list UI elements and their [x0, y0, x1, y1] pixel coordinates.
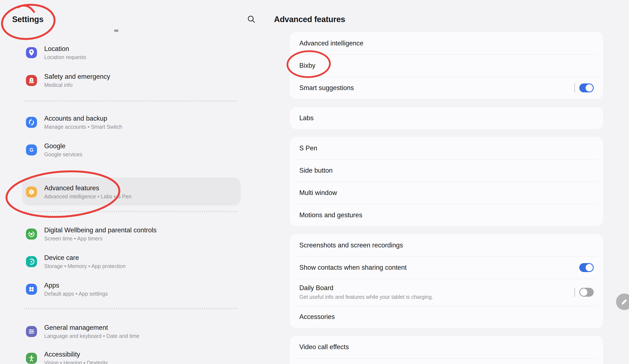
item-label: Apps — [44, 282, 108, 289]
row-show-contacts[interactable]: Show contacts when sharing content — [290, 256, 603, 279]
row-daily-board[interactable]: Daily Board Get useful info and features… — [290, 279, 603, 306]
search-icon[interactable] — [246, 14, 256, 24]
item-sub: Manage accounts • Smart Switch — [44, 124, 122, 130]
row-label: Accessories — [299, 313, 335, 321]
settings-title: Settings — [12, 15, 44, 24]
row-bixby[interactable]: Bixby — [290, 54, 603, 77]
row-label: Multi window — [299, 189, 337, 197]
page-title: Advanced features — [274, 15, 345, 24]
card-video-call: Video call effects — [290, 336, 603, 364]
toggle-knob — [586, 264, 593, 271]
card-labs: Labs — [290, 107, 603, 129]
toggle-knob — [580, 289, 587, 296]
sidebar-item-advanced-features[interactable]: Advanced featuresAdvanced intelligence •… — [26, 181, 239, 203]
section-divider — [24, 308, 237, 309]
sidebar-item-device-care[interactable]: Device careStorage • Memory • App protec… — [26, 251, 239, 272]
svg-text:G: G — [29, 147, 33, 153]
row-sub: Get useful info and features while your … — [299, 294, 433, 300]
item-label: Device care — [44, 254, 126, 262]
care-gauge-icon — [26, 256, 37, 267]
item-sub: Medical info — [44, 82, 110, 88]
daily-board-toggle[interactable] — [579, 288, 594, 297]
edit-fab-button[interactable] — [616, 293, 629, 310]
sidebar-item-safety-emergency[interactable]: Safety and emergencyMedical info — [26, 70, 239, 91]
row-label: Bixby — [299, 62, 315, 70]
item-sub: Vision • Hearing • Dexterity — [44, 360, 108, 364]
item-label: Accessibility — [44, 351, 108, 358]
gear-plus-icon — [26, 186, 37, 197]
row-label: Advanced intelligence — [299, 39, 363, 47]
four-dots-icon — [26, 284, 37, 295]
sliders-icon — [26, 326, 37, 337]
row-s-pen[interactable]: S Pen — [290, 137, 603, 159]
smart-suggestions-toggle[interactable] — [579, 84, 594, 92]
row-label: Daily Board — [299, 284, 433, 292]
toggle-knob — [586, 84, 593, 91]
google-g-icon: G — [26, 144, 37, 156]
split-divider — [574, 287, 575, 297]
location-pin-icon — [26, 47, 37, 58]
ring-heart-icon — [26, 229, 37, 240]
row-smart-suggestions[interactable]: Smart suggestions — [290, 77, 603, 99]
item-label: Digital Wellbeing and parental controls — [44, 227, 157, 234]
item-sub: Advanced intelligence • Labs • S Pen — [44, 194, 132, 200]
sync-arrows-icon — [26, 117, 37, 128]
item-sub: Google services — [44, 152, 82, 158]
row-label: Screenshots and screen recordings — [299, 242, 403, 249]
sidebar-item-accounts-backup[interactable]: Accounts and backupManage accounts • Sma… — [26, 112, 239, 133]
clipped-list-item-sliver — [114, 29, 118, 32]
card-input-features: S Pen Side button Multi window Motions a… — [290, 137, 603, 226]
split-divider — [574, 83, 575, 92]
pencil-icon — [620, 297, 629, 306]
row-motions-gestures[interactable]: Motions and gestures — [290, 204, 603, 226]
show-contacts-toggle[interactable] — [579, 263, 594, 272]
item-sub: Screen time • App timers — [44, 236, 157, 242]
row-label: Show contacts when sharing content — [299, 264, 407, 272]
row-label: S Pen — [299, 144, 317, 152]
sidebar-item-accessibility[interactable]: AccessibilityVision • Hearing • Dexterit… — [26, 348, 239, 364]
item-label: Safety and emergency — [44, 73, 110, 80]
section-divider — [24, 100, 237, 102]
item-label: Google — [44, 143, 82, 150]
sidebar-item-location[interactable]: LocationLocation requests — [26, 42, 239, 63]
row-label: Video call effects — [299, 343, 349, 351]
item-label: General management — [44, 324, 140, 331]
item-label: Accounts and backup — [44, 115, 122, 122]
item-sub: Storage • Memory • App protection — [44, 263, 126, 269]
item-sub: Location requests — [44, 54, 86, 60]
item-sub: Default apps • App settings — [44, 291, 108, 297]
row-clipped — [290, 358, 603, 364]
card-intelligence: Advanced intelligence Bixby Smart sugges… — [290, 32, 603, 99]
row-label: Labs — [299, 114, 314, 122]
item-label: Advanced features — [44, 184, 132, 192]
row-labs[interactable]: Labs — [290, 107, 603, 129]
row-accessories[interactable]: Accessories — [290, 306, 603, 328]
sidebar-item-general-management[interactable]: General managementLanguage and keyboard … — [26, 321, 239, 342]
siren-icon — [26, 75, 37, 86]
row-side-button[interactable]: Side button — [290, 159, 603, 182]
annotation-tail-settings — [18, 5, 34, 12]
sidebar-item-google[interactable]: G GoogleGoogle services — [26, 139, 239, 161]
row-screenshots-recordings[interactable]: Screenshots and screen recordings — [290, 234, 603, 256]
sidebar-item-digital-wellbeing[interactable]: Digital Wellbeing and parental controlsS… — [26, 223, 239, 245]
item-sub: Language and keyboard • Date and time — [44, 333, 140, 339]
row-label: Motions and gestures — [299, 211, 362, 219]
row-label: Smart suggestions — [299, 84, 354, 92]
row-video-call-effects[interactable]: Video call effects — [290, 336, 603, 358]
accessibility-person-icon — [26, 353, 37, 364]
card-screenshots: Screenshots and screen recordings Show c… — [290, 234, 603, 328]
section-divider — [24, 211, 237, 212]
sidebar-item-apps[interactable]: AppsDefault apps • App settings — [26, 279, 239, 300]
item-label: Location — [44, 45, 86, 52]
row-label: Side button — [299, 167, 333, 174]
row-multi-window[interactable]: Multi window — [290, 182, 603, 204]
row-advanced-intelligence[interactable]: Advanced intelligence — [290, 32, 603, 54]
